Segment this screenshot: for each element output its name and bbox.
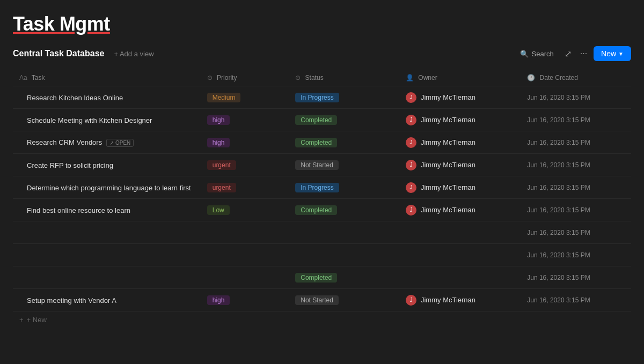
priority-cell: high (201, 109, 289, 131)
app-container: Task Mgmt Central Task Database + Add a … (0, 0, 644, 328)
owner-info: JJimmy McTiernan (406, 115, 514, 125)
task-cell: ⠿Determine which programming language to… (13, 176, 201, 199)
add-new-row[interactable]: + + New (13, 311, 631, 328)
priority-badge: high (207, 115, 230, 125)
new-button[interactable]: New ▼ (594, 46, 631, 61)
avatar: J (406, 92, 416, 103)
priority-badge: urgent (207, 160, 236, 170)
date-cell: Jun 16, 2020 3:15 PM (521, 131, 631, 154)
date-cell: Jun 16, 2020 3:15 PM (521, 109, 631, 131)
task-cell: ⠿Setup meeting with Vendor A (13, 289, 201, 311)
status-cell: Completed (289, 109, 399, 131)
status-cell: Not Started (289, 154, 399, 176)
task-name: Setup meeting with Vendor A (27, 296, 116, 304)
table-row[interactable]: ⠿Jun 16, 2020 3:15 PM (13, 221, 631, 244)
priority-cell: high (201, 131, 289, 154)
toolbar-right: 🔍 Search ⤢ ··· New ▼ (516, 46, 631, 61)
status-cell: Completed (289, 199, 399, 221)
avatar: J (406, 182, 416, 193)
owner-info: JJimmy McTiernan (406, 160, 514, 170)
task-table: Aa Task ⊙ Priority ⊙ Status 👤 Owner (13, 70, 631, 311)
date-cell: Jun 16, 2020 3:15 PM (521, 244, 631, 266)
priority-cell: Medium (201, 86, 289, 109)
status-cell: Completed (289, 266, 399, 289)
col-priority-label: Priority (217, 74, 237, 81)
priority-badge: urgent (207, 183, 236, 192)
owner-cell: JJimmy McTiernan (399, 86, 521, 109)
col-header-priority: ⊙ Priority (201, 70, 289, 86)
date-cell: Jun 16, 2020 3:15 PM (521, 289, 631, 311)
owner-cell: JJimmy McTiernan (399, 199, 521, 221)
owner-info: JJimmy McTiernan (406, 295, 514, 306)
more-icon: ··· (580, 49, 587, 58)
task-name: Research CRM Vendors (27, 138, 102, 146)
owner-name: Jimmy McTiernan (421, 183, 475, 191)
col-owner-label: Owner (418, 74, 437, 81)
table-row[interactable]: ⠿Create RFP to solicit pricingurgentNot … (13, 154, 631, 176)
task-name: Schedule Meeting with Kitchen Designer (27, 116, 152, 124)
status-cell (289, 221, 399, 244)
col-header-owner: 👤 Owner (399, 70, 521, 86)
table-body: ⠿Research Kitchen Ideas OnlineMediumIn P… (13, 86, 631, 311)
date-cell: Jun 16, 2020 3:15 PM (521, 266, 631, 289)
status-cell: In Progress (289, 176, 399, 199)
task-name: Find best online resource to learn (27, 206, 130, 214)
plus-icon: + (19, 316, 24, 324)
col-header-status: ⊙ Status (289, 70, 399, 86)
owner-info: JJimmy McTiernan (406, 182, 514, 193)
status-badge: Not Started (295, 295, 339, 305)
owner-cell: JJimmy McTiernan (399, 176, 521, 199)
task-name: Research Kitchen Ideas Online (27, 94, 123, 102)
col-status-label: Status (305, 74, 324, 81)
date-cell: Jun 16, 2020 3:15 PM (521, 176, 631, 199)
task-cell: ⠿ (13, 266, 201, 289)
task-cell: ⠿ (13, 221, 201, 244)
task-cell: ⠿Research Kitchen Ideas Online (13, 86, 201, 109)
app-title: Task Mgmt (13, 13, 631, 35)
avatar: J (406, 205, 416, 216)
table-row[interactable]: ⠿Research Kitchen Ideas OnlineMediumIn P… (13, 86, 631, 109)
more-button[interactable]: ··· (578, 47, 589, 61)
priority-badge: Low (207, 205, 230, 215)
status-badge: Completed (295, 138, 337, 147)
add-new-label: + New (27, 316, 47, 324)
owner-info: JJimmy McTiernan (406, 137, 514, 148)
col-header-task: Aa Task (13, 70, 201, 86)
owner-name: Jimmy McTiernan (421, 206, 475, 214)
status-badge: Not Started (295, 160, 339, 170)
table-row[interactable]: ⠿Schedule Meeting with Kitchen Designerh… (13, 109, 631, 131)
priority-badge: Medium (207, 93, 241, 102)
toolbar: Central Task Database + Add a view 🔍 Sea… (13, 46, 631, 61)
status-badge: Completed (295, 273, 337, 283)
owner-cell: JJimmy McTiernan (399, 131, 521, 154)
date-cell: Jun 16, 2020 3:15 PM (521, 86, 631, 109)
table-row[interactable]: ⠿Jun 16, 2020 3:15 PM (13, 244, 631, 266)
table-wrapper: Aa Task ⊙ Priority ⊙ Status 👤 Owner (13, 70, 631, 328)
open-badge[interactable]: ↗ OPEN (106, 139, 134, 147)
search-button[interactable]: 🔍 Search (516, 48, 558, 60)
avatar: J (406, 295, 416, 306)
col-task-label: Task (32, 74, 45, 81)
task-name: Determine which programming language to … (27, 184, 191, 192)
col-header-date: 🕐 Date Created (521, 70, 631, 86)
table-row[interactable]: ⠿CompletedJun 16, 2020 3:15 PM (13, 266, 631, 289)
priority-cell: urgent (201, 176, 289, 199)
date-cell: Jun 16, 2020 3:15 PM (521, 199, 631, 221)
table-row[interactable]: ⠿Setup meeting with Vendor AhighNot Star… (13, 289, 631, 311)
task-cell: ⠿Find best online resource to learn (13, 199, 201, 221)
priority-cell (201, 244, 289, 266)
table-row[interactable]: ⠿Determine which programming language to… (13, 176, 631, 199)
table-row[interactable]: ⠿Find best online resource to learnLowCo… (13, 199, 631, 221)
task-cell: ⠿Create RFP to solicit pricing (13, 154, 201, 176)
table-row[interactable]: ⠿Research CRM Vendors↗ OPENhighCompleted… (13, 131, 631, 154)
add-view-button[interactable]: + Add a view (111, 48, 157, 60)
expand-button[interactable]: ⤢ (562, 47, 574, 61)
text-icon: Aa (19, 74, 27, 81)
task-cell: ⠿Research CRM Vendors↗ OPEN (13, 131, 201, 154)
add-view-label: + Add a view (114, 50, 153, 58)
owner-name: Jimmy McTiernan (421, 161, 475, 169)
app-title-text: Task Mgmt (13, 13, 110, 35)
priority-col-icon: ⊙ (207, 74, 213, 81)
priority-cell: Low (201, 199, 289, 221)
search-icon: 🔍 (520, 50, 529, 58)
